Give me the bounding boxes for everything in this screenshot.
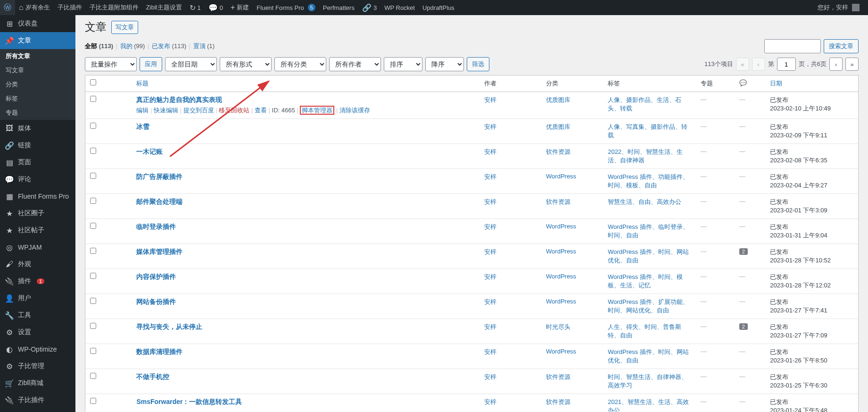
tags-links[interactable]: 2022、时间、智慧生活、生活、自律神器 xyxy=(608,148,683,164)
tags-links[interactable]: 智慧生活、自由、高效办公 xyxy=(608,198,681,205)
post-title-link[interactable]: 冰雪 xyxy=(136,123,149,130)
apply-button[interactable]: 应用 xyxy=(140,57,162,71)
post-title-link[interactable]: 数据库清理插件 xyxy=(136,348,182,355)
ab-links[interactable]: 🔗3 xyxy=(358,0,380,15)
post-title-link[interactable]: 一木记账 xyxy=(136,148,163,155)
author-link[interactable]: 安梓 xyxy=(484,298,496,305)
post-title-link[interactable]: 寻找与丧失，从未停止 xyxy=(136,323,202,330)
author-link[interactable]: 安梓 xyxy=(484,96,496,103)
view-mine[interactable]: 我的 (99) xyxy=(120,42,145,50)
ab-zibll-theme[interactable]: Zibll主题设置 xyxy=(142,0,186,15)
wp-logo[interactable]: ⓦ xyxy=(0,0,15,15)
author-link[interactable]: 安梓 xyxy=(484,223,496,230)
menu-appearance[interactable]: 🖌外观 xyxy=(0,256,75,273)
col-title[interactable]: 标题 xyxy=(132,76,479,92)
submenu-tags[interactable]: 标签 xyxy=(0,92,75,106)
format-filter[interactable]: 所有形式 xyxy=(220,57,272,71)
category-link[interactable]: WordPress xyxy=(546,248,576,255)
row-checkbox[interactable] xyxy=(90,198,96,204)
ab-howdy[interactable]: 您好，安梓 xyxy=(814,0,863,15)
select-all-checkbox[interactable] xyxy=(90,79,96,85)
category-link[interactable]: 软件资源 xyxy=(546,398,570,405)
submenu-all-posts[interactable]: 所有文章 xyxy=(0,49,75,63)
menu-wpjam[interactable]: ◎WPJAM xyxy=(0,239,75,256)
tags-links[interactable]: WordPress 插件、时间、网站优化、自由 xyxy=(608,348,689,364)
order-filter[interactable]: 降序 xyxy=(425,57,464,71)
page-next[interactable]: › xyxy=(829,58,843,71)
menu-zibll-plugin[interactable]: 🔌子比插件 xyxy=(0,392,75,409)
action-script-manager[interactable]: 脚本管理器 xyxy=(300,106,334,115)
ab-new[interactable]: +新建 xyxy=(227,0,253,15)
page-prev[interactable]: ‹ xyxy=(752,58,765,71)
tags-links[interactable]: 2021、智慧生活、生活、高效办公 xyxy=(608,398,689,412)
author-link[interactable]: 安梓 xyxy=(484,398,496,405)
post-title-link[interactable]: 不做手机控 xyxy=(136,373,169,380)
ab-updates[interactable]: ↻1 xyxy=(186,0,205,15)
menu-dashboard[interactable]: ⊞仪表盘 xyxy=(0,15,75,32)
site-home[interactable]: ⌂岁有余生 xyxy=(15,0,54,15)
date-filter[interactable]: 全部日期 xyxy=(165,57,217,71)
filter-button[interactable]: 筛选 xyxy=(467,57,489,71)
author-link[interactable]: 安梓 xyxy=(484,348,496,355)
view-all[interactable]: 全部 (113) xyxy=(85,42,113,50)
submenu-categories[interactable]: 分类 xyxy=(0,77,75,92)
menu-bbs-posts[interactable]: ★社区帖子 xyxy=(0,222,75,239)
row-checkbox[interactable] xyxy=(90,248,96,254)
page-input[interactable] xyxy=(777,58,796,71)
category-link[interactable]: 软件资源 xyxy=(546,198,570,205)
comment-count-badge[interactable]: 2 xyxy=(739,248,748,255)
menu-zibll-mgr[interactable]: ⚙子比管理 xyxy=(0,358,75,375)
tags-links[interactable]: WordPress 插件、功能插件、时间、模板、自由 xyxy=(608,173,689,189)
row-checkbox[interactable] xyxy=(90,273,96,279)
tags-links[interactable]: WordPress 插件、时间、模板、生活、记忆 xyxy=(608,273,683,289)
category-link[interactable]: WordPress xyxy=(546,173,576,180)
ab-updraft[interactable]: UpdraftPlus xyxy=(419,0,458,15)
row-checkbox[interactable] xyxy=(90,373,96,379)
action-edit[interactable]: 编辑 xyxy=(136,107,149,114)
category-link[interactable]: 软件资源 xyxy=(546,373,570,380)
tags-links[interactable]: 人像、写真集、摄影作品、转载 xyxy=(608,123,687,139)
category-link[interactable]: WordPress xyxy=(546,273,576,280)
post-title-link[interactable]: 媒体库管理插件 xyxy=(136,248,182,255)
tags-links[interactable]: WordPress 插件、临时登录、时间、自由 xyxy=(608,223,689,239)
author-filter[interactable]: 所有作者 xyxy=(329,57,381,71)
menu-posts[interactable]: 📌文章 xyxy=(0,32,75,49)
comment-count-badge[interactable]: 2 xyxy=(739,323,748,330)
category-link[interactable]: WordPress xyxy=(546,348,576,355)
author-link[interactable]: 安梓 xyxy=(484,148,496,155)
menu-zibll-addon[interactable]: ▦子比主题附加组件 xyxy=(0,409,75,412)
page-last[interactable]: » xyxy=(845,58,859,71)
view-sticky[interactable]: 置顶 (1) xyxy=(193,42,215,50)
author-link[interactable]: 安梓 xyxy=(484,123,496,130)
tags-links[interactable]: 时间、智慧生活、自律神器、高效学习 xyxy=(608,373,687,389)
view-published[interactable]: 已发布 (113) xyxy=(152,42,186,50)
row-checkbox[interactable] xyxy=(90,123,96,129)
ab-fluent[interactable]: Fluent Forms Pro5 xyxy=(253,0,319,15)
author-link[interactable]: 安梓 xyxy=(484,323,496,330)
col-date[interactable]: 日期 xyxy=(765,76,858,92)
author-link[interactable]: 安梓 xyxy=(484,198,496,205)
row-checkbox[interactable] xyxy=(90,348,96,354)
tags-links[interactable]: WordPress 插件、时间、网站优化、自由 xyxy=(608,248,689,264)
menu-zibll-mall[interactable]: 🛒Zibll商城 xyxy=(0,375,75,392)
row-checkbox[interactable] xyxy=(90,223,96,229)
post-title-link[interactable]: 防广告屏蔽插件 xyxy=(136,173,182,180)
category-link[interactable]: WordPress xyxy=(546,223,576,230)
menu-bbs[interactable]: ★社区圈子 xyxy=(0,205,75,222)
post-title-link[interactable]: 真正的魅力是自我的真实表现 xyxy=(136,96,222,103)
ab-zibll-plugin[interactable]: 子比插件 xyxy=(54,0,86,15)
post-title-link[interactable]: SmsForwarder：一款信息转发工具 xyxy=(136,398,242,405)
menu-fluent[interactable]: ▦Fluent Forms Pro xyxy=(0,188,75,205)
col-comments[interactable]: 💬 xyxy=(735,76,766,92)
tags-links[interactable]: 人像、摄影作品、生活、石头、转载 xyxy=(608,96,681,112)
post-title-link[interactable]: 邮件聚合处理端 xyxy=(136,198,182,205)
search-input[interactable] xyxy=(764,39,821,53)
action-baidu[interactable]: 提交到百度 xyxy=(183,107,214,114)
category-link[interactable]: 优质图库 xyxy=(546,96,570,103)
menu-comments[interactable]: 💬评论 xyxy=(0,171,75,188)
category-link[interactable]: 时光尽头 xyxy=(546,323,570,330)
menu-wpoptimize[interactable]: ◐WP-Optimize xyxy=(0,341,75,358)
row-checkbox[interactable] xyxy=(90,323,96,329)
menu-media[interactable]: 🖾媒体 xyxy=(0,120,75,137)
author-link[interactable]: 安梓 xyxy=(484,273,496,280)
